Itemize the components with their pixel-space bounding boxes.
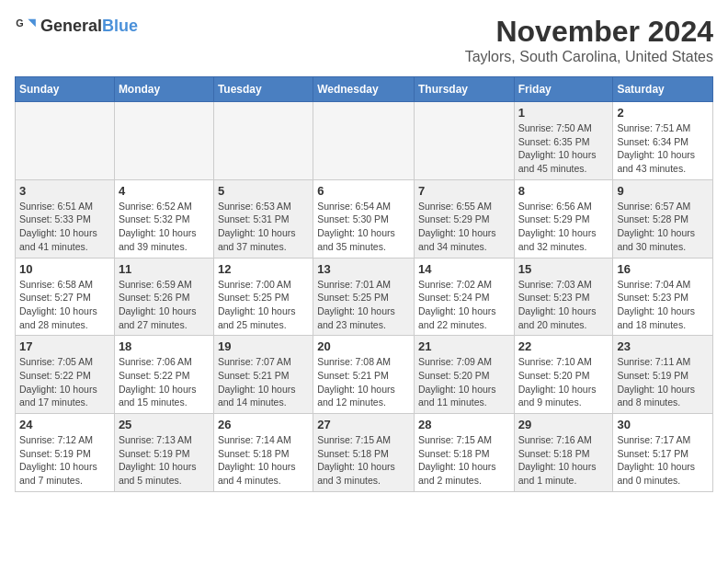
day-number: 26 (218, 418, 309, 431)
calendar-day-cell: 14Sunrise: 7:02 AM Sunset: 5:24 PM Dayli… (414, 258, 514, 336)
calendar-day-cell: 20Sunrise: 7:08 AM Sunset: 5:21 PM Dayli… (313, 336, 415, 414)
calendar-day-cell: 16Sunrise: 7:04 AM Sunset: 5:23 PM Dayli… (613, 258, 713, 336)
day-info: Sunrise: 6:57 AM Sunset: 5:28 PM Dayligh… (617, 200, 709, 254)
day-number: 28 (418, 418, 510, 431)
day-info: Sunrise: 7:10 AM Sunset: 5:20 PM Dayligh… (518, 355, 609, 409)
calendar-week-row: 3Sunrise: 6:51 AM Sunset: 5:33 PM Daylig… (16, 179, 713, 258)
day-info: Sunrise: 7:13 AM Sunset: 5:19 PM Dayligh… (119, 433, 210, 488)
day-info: Sunrise: 7:02 AM Sunset: 5:24 PM Dayligh… (418, 278, 510, 332)
calendar-day-cell: 28Sunrise: 7:15 AM Sunset: 5:18 PM Dayli… (414, 414, 514, 492)
day-number: 5 (218, 184, 309, 198)
calendar-day-cell: 23Sunrise: 7:11 AM Sunset: 5:19 PM Dayli… (613, 336, 713, 414)
day-number: 30 (617, 418, 709, 431)
day-number: 24 (19, 418, 110, 431)
calendar-day-cell: 15Sunrise: 7:03 AM Sunset: 5:23 PM Dayli… (514, 258, 613, 336)
day-info: Sunrise: 6:53 AM Sunset: 5:31 PM Dayligh… (218, 200, 309, 254)
calendar-day-cell (213, 102, 313, 180)
calendar-day-cell: 3Sunrise: 6:51 AM Sunset: 5:33 PM Daylig… (16, 179, 115, 258)
calendar-day-cell: 24Sunrise: 7:12 AM Sunset: 5:19 PM Dayli… (16, 414, 115, 492)
calendar-day-cell: 11Sunrise: 6:59 AM Sunset: 5:26 PM Dayli… (114, 258, 213, 336)
calendar-day-cell: 22Sunrise: 7:10 AM Sunset: 5:20 PM Dayli… (514, 336, 613, 414)
day-info: Sunrise: 7:09 AM Sunset: 5:20 PM Dayligh… (418, 355, 510, 409)
day-number: 19 (218, 339, 309, 353)
day-info: Sunrise: 6:56 AM Sunset: 5:29 PM Dayligh… (518, 200, 609, 254)
day-info: Sunrise: 7:14 AM Sunset: 5:18 PM Dayligh… (218, 433, 309, 488)
calendar-weekday-monday: Monday (114, 77, 213, 102)
calendar-day-cell (414, 102, 514, 180)
day-info: Sunrise: 7:16 AM Sunset: 5:18 PM Dayligh… (518, 433, 609, 488)
logo-text-general: General (40, 17, 102, 35)
calendar-day-cell: 18Sunrise: 7:06 AM Sunset: 5:22 PM Dayli… (114, 336, 213, 414)
day-info: Sunrise: 7:07 AM Sunset: 5:21 PM Dayligh… (218, 355, 309, 409)
calendar-day-cell (313, 102, 415, 180)
day-info: Sunrise: 6:54 AM Sunset: 5:30 PM Dayligh… (317, 200, 410, 254)
calendar-day-cell: 5Sunrise: 6:53 AM Sunset: 5:31 PM Daylig… (213, 179, 313, 258)
calendar-day-cell: 27Sunrise: 7:15 AM Sunset: 5:18 PM Dayli… (313, 414, 415, 492)
calendar-day-cell: 26Sunrise: 7:14 AM Sunset: 5:18 PM Dayli… (213, 414, 313, 492)
day-number: 15 (518, 262, 609, 276)
day-number: 14 (418, 262, 510, 276)
calendar-weekday-sunday: Sunday (16, 77, 115, 102)
day-info: Sunrise: 7:15 AM Sunset: 5:18 PM Dayligh… (418, 433, 510, 488)
calendar-day-cell (16, 102, 115, 180)
calendar-day-cell: 8Sunrise: 6:56 AM Sunset: 5:29 PM Daylig… (514, 179, 613, 258)
day-info: Sunrise: 7:03 AM Sunset: 5:23 PM Dayligh… (518, 278, 609, 332)
page-header: G GeneralBlue November 2024 Taylors, Sou… (15, 15, 713, 65)
svg-marker-1 (28, 19, 35, 27)
day-number: 27 (317, 418, 410, 431)
day-info: Sunrise: 7:01 AM Sunset: 5:25 PM Dayligh… (317, 278, 410, 332)
calendar-week-row: 10Sunrise: 6:58 AM Sunset: 5:27 PM Dayli… (16, 258, 713, 336)
calendar-day-cell: 10Sunrise: 6:58 AM Sunset: 5:27 PM Dayli… (16, 258, 115, 336)
calendar-weekday-tuesday: Tuesday (213, 77, 313, 102)
calendar-day-cell: 9Sunrise: 6:57 AM Sunset: 5:28 PM Daylig… (613, 179, 713, 258)
day-info: Sunrise: 7:12 AM Sunset: 5:19 PM Dayligh… (19, 433, 110, 488)
calendar-weekday-wednesday: Wednesday (313, 77, 415, 102)
calendar-weekday-thursday: Thursday (414, 77, 514, 102)
day-info: Sunrise: 6:51 AM Sunset: 5:33 PM Dayligh… (19, 200, 110, 254)
day-number: 7 (418, 184, 510, 198)
page-subtitle: Taylors, South Carolina, United States (465, 49, 713, 65)
calendar-day-cell: 30Sunrise: 7:17 AM Sunset: 5:17 PM Dayli… (613, 414, 713, 492)
day-info: Sunrise: 7:15 AM Sunset: 5:18 PM Dayligh… (317, 433, 410, 488)
day-info: Sunrise: 7:11 AM Sunset: 5:19 PM Dayligh… (617, 355, 709, 409)
day-number: 13 (317, 262, 410, 276)
day-number: 23 (617, 339, 709, 353)
day-number: 20 (317, 339, 410, 353)
day-number: 3 (19, 184, 110, 198)
calendar-day-cell: 2Sunrise: 7:51 AM Sunset: 6:34 PM Daylig… (613, 102, 713, 180)
title-block: November 2024 Taylors, South Carolina, U… (465, 15, 713, 65)
svg-text:G: G (16, 17, 23, 29)
calendar-day-cell: 17Sunrise: 7:05 AM Sunset: 5:22 PM Dayli… (16, 336, 115, 414)
calendar-table: SundayMondayTuesdayWednesdayThursdayFrid… (15, 76, 713, 492)
day-number: 17 (19, 339, 110, 353)
calendar-day-cell: 6Sunrise: 6:54 AM Sunset: 5:30 PM Daylig… (313, 179, 415, 258)
day-info: Sunrise: 7:06 AM Sunset: 5:22 PM Dayligh… (119, 355, 210, 409)
logo-icon: G (15, 15, 37, 37)
day-info: Sunrise: 6:55 AM Sunset: 5:29 PM Dayligh… (418, 200, 510, 254)
day-number: 8 (518, 184, 609, 198)
day-info: Sunrise: 7:04 AM Sunset: 5:23 PM Dayligh… (617, 278, 709, 332)
day-info: Sunrise: 7:05 AM Sunset: 5:22 PM Dayligh… (19, 355, 110, 409)
calendar-day-cell: 12Sunrise: 7:00 AM Sunset: 5:25 PM Dayli… (213, 258, 313, 336)
day-number: 2 (617, 106, 709, 120)
day-info: Sunrise: 7:08 AM Sunset: 5:21 PM Dayligh… (317, 355, 410, 409)
day-info: Sunrise: 6:58 AM Sunset: 5:27 PM Dayligh… (19, 278, 110, 332)
calendar-day-cell: 29Sunrise: 7:16 AM Sunset: 5:18 PM Dayli… (514, 414, 613, 492)
day-number: 22 (518, 339, 609, 353)
day-number: 29 (518, 418, 609, 431)
page-title: November 2024 (465, 15, 713, 49)
day-number: 25 (119, 418, 210, 431)
logo-text-blue: Blue (102, 17, 138, 35)
calendar-day-cell: 13Sunrise: 7:01 AM Sunset: 5:25 PM Dayli… (313, 258, 415, 336)
logo: G GeneralBlue (15, 15, 138, 37)
day-number: 10 (19, 262, 110, 276)
day-number: 12 (218, 262, 309, 276)
calendar-day-cell: 7Sunrise: 6:55 AM Sunset: 5:29 PM Daylig… (414, 179, 514, 258)
calendar-week-row: 1Sunrise: 7:50 AM Sunset: 6:35 PM Daylig… (16, 102, 713, 180)
day-info: Sunrise: 7:50 AM Sunset: 6:35 PM Dayligh… (518, 121, 609, 176)
calendar-day-cell (114, 102, 213, 180)
calendar-weekday-saturday: Saturday (613, 77, 713, 102)
day-number: 21 (418, 339, 510, 353)
day-number: 16 (617, 262, 709, 276)
calendar-day-cell: 21Sunrise: 7:09 AM Sunset: 5:20 PM Dayli… (414, 336, 514, 414)
